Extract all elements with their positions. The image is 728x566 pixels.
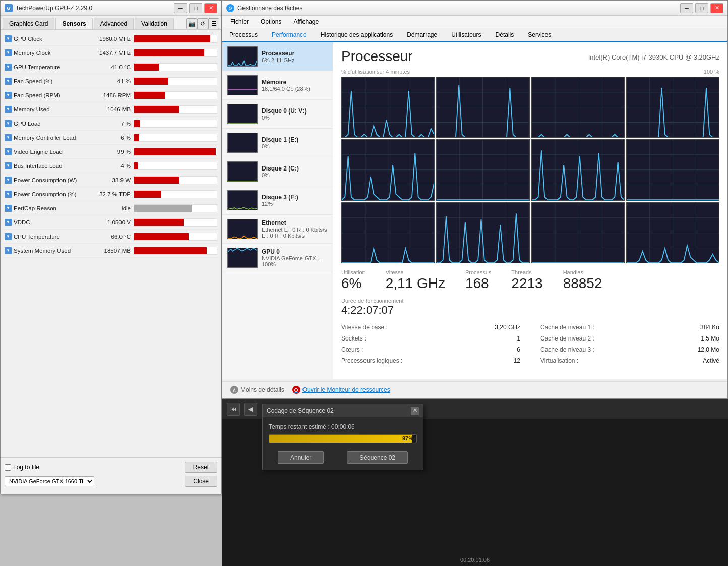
sensor-value-2: 41.0 °C xyxy=(88,64,134,70)
sensor-dropdown-4[interactable]: ▼ xyxy=(5,92,12,99)
taskmgr-menu-affichage[interactable]: Affichage xyxy=(289,17,323,27)
sidebar-info-2: Disque 0 (U: V:)0% xyxy=(262,107,328,121)
gpuz-close-btn-bottom[interactable]: Close xyxy=(185,476,217,487)
taskmgr-tab-performance[interactable]: Performance xyxy=(265,28,314,42)
sensor-bar-container-3 xyxy=(134,77,217,85)
sensor-dropdown-13[interactable]: ▼ xyxy=(5,219,12,226)
gpuz-gpu-select[interactable]: NVIDIA GeForce GTX 1660 Ti xyxy=(5,476,94,486)
sidebar-name-5: Disque 3 (F:) xyxy=(262,194,328,201)
sidebar-item-6[interactable]: EthernetEthernet E : 0 R : 0 Kbits/sE : … xyxy=(222,215,333,244)
sensor-bar-container-8 xyxy=(134,148,217,156)
taskmgr-menubar: Fichier Options Affichage xyxy=(222,16,727,28)
sidebar-detail2-6: E : 0 R : 0 Kbits/s xyxy=(262,233,328,239)
sensor-value-0: 1980.0 MHz xyxy=(88,36,134,42)
perf-chart-cell-6 xyxy=(531,139,625,200)
taskmgr-tab-processus[interactable]: Processus xyxy=(222,28,265,42)
perf-chart-svg-9 xyxy=(437,203,529,263)
sensor-dropdown-1[interactable]: ▼ xyxy=(5,49,12,56)
video-back-btn[interactable]: ◀ xyxy=(244,403,257,416)
sensor-dropdown-9[interactable]: ▼ xyxy=(5,162,12,169)
taskmgr-minimize-btn[interactable]: ─ xyxy=(680,3,693,13)
taskmgr-tab-details[interactable]: Détails xyxy=(489,28,521,42)
sidebar-item-1[interactable]: Mémoire18,1/64,0 Go (28%) xyxy=(222,71,333,100)
perf-detail-key-virt: Virtualisation : xyxy=(540,357,578,364)
sidebar-item-4[interactable]: Disque 2 (C:)0% xyxy=(222,157,333,186)
taskmgr-menu-fichier[interactable]: Fichier xyxy=(226,17,253,27)
perf-chart-label-right: 100 % xyxy=(704,69,719,75)
sensor-dropdown-14[interactable]: ▼ xyxy=(5,233,12,240)
sensor-value-15: 18507 MB xyxy=(88,248,134,254)
perf-stat-util-value: 6% xyxy=(341,275,366,292)
sensor-dropdown-11[interactable]: ▼ xyxy=(5,191,12,198)
sidebar-item-5[interactable]: Disque 3 (F:)12% xyxy=(222,186,333,215)
sensor-dropdown-15[interactable]: ▼ xyxy=(5,247,12,254)
perf-stat-proc-label: Processus xyxy=(465,269,491,275)
perf-cpu-model: Intel(R) Core(TM) i7-3930K CPU @ 3.20GHz xyxy=(588,48,719,61)
sensor-dropdown-5[interactable]: ▼ xyxy=(5,106,12,113)
sensor-value-5: 1046 MB xyxy=(88,106,134,112)
gpuz-tab-graphics[interactable]: Graphics Card xyxy=(3,18,54,29)
sensor-dropdown-10[interactable]: ▼ xyxy=(5,177,12,184)
sidebar-thumb-4 xyxy=(227,161,258,182)
encoding-close-btn[interactable]: ✕ xyxy=(411,407,419,415)
gpuz-restore-btn[interactable]: □ xyxy=(189,3,202,13)
perf-title: Processeur xyxy=(341,48,413,65)
gpuz-camera-btn[interactable]: 📷 xyxy=(186,18,197,29)
sensor-dropdown-2[interactable]: ▼ xyxy=(5,64,12,71)
footer-less-details[interactable]: ∧ Moins de détails xyxy=(230,386,284,394)
perf-stat-threads: Threads 2213 xyxy=(511,269,542,292)
taskmgr-restore-btn[interactable]: □ xyxy=(695,3,708,13)
sensor-dropdown-12[interactable]: ▼ xyxy=(5,205,12,212)
taskmgr-close-btn[interactable]: ✕ xyxy=(710,3,723,13)
video-prev-btn[interactable]: ⏮ xyxy=(227,403,240,416)
sensor-label-9: Bus Interface Load xyxy=(14,163,63,169)
encoding-sequence-btn[interactable]: Séquence 02 xyxy=(347,451,408,464)
sidebar-detail-6: Ethernet E : 0 R : 0 Kbits/s xyxy=(262,227,328,233)
gpuz-menu-btn[interactable]: ☰ xyxy=(208,18,219,29)
sidebar-item-0[interactable]: Processeur6% 2,11 GHz xyxy=(222,42,333,71)
gpuz-bottom-top-row: Log to file Reset xyxy=(5,462,217,473)
encoding-cancel-btn[interactable]: Annuler xyxy=(278,451,324,464)
sidebar-name-7: GPU 0 xyxy=(262,248,328,255)
perf-chart-cell-5 xyxy=(436,139,529,200)
taskmgr-menu-options[interactable]: Options xyxy=(257,17,285,27)
gpuz-tab-sensors[interactable]: Sensors xyxy=(55,18,92,29)
sidebar-item-2[interactable]: Disque 0 (U: V:)0% xyxy=(222,100,333,129)
taskmgr-tab-historique[interactable]: Historique des applications xyxy=(314,28,400,42)
gpuz-close-btn[interactable]: ✕ xyxy=(204,3,217,13)
gpuz-log-text: Log to file xyxy=(13,464,39,471)
sidebar-thumb-7 xyxy=(227,248,258,268)
gpuz-minimize-btn[interactable]: ─ xyxy=(174,3,187,13)
sensor-bar-4 xyxy=(134,92,165,99)
gpuz-tab-advanced[interactable]: Advanced xyxy=(94,18,134,29)
sensor-bar-container-4 xyxy=(134,91,217,99)
sensor-dropdown-8[interactable]: ▼ xyxy=(5,148,12,155)
gpuz-tab-validation[interactable]: Validation xyxy=(135,18,174,29)
sensor-dropdown-6[interactable]: ▼ xyxy=(5,120,12,127)
taskmgr-window-controls: ─ □ ✕ xyxy=(680,3,723,13)
encoding-progress-bar-container: 97% xyxy=(269,434,417,443)
sensor-dropdown-0[interactable]: ▼ xyxy=(5,35,12,42)
sidebar-item-3[interactable]: Disque 1 (E:)0% xyxy=(222,129,333,157)
sensor-bar-14 xyxy=(134,233,189,240)
sensor-value-4: 1486 RPM xyxy=(88,92,134,98)
perf-stat-speed-value: 2,11 GHz xyxy=(386,275,445,292)
perf-stat-thread-value: 2213 xyxy=(511,275,542,292)
perf-detail-cache2: Cache de niveau 2 : 1,5 Mo xyxy=(540,334,719,343)
taskmgr-tab-demarrage[interactable]: Démarrage xyxy=(400,28,444,42)
sensor-row-15: ▼System Memory Used18507 MB xyxy=(3,244,219,258)
sidebar-item-7[interactable]: GPU 0NVIDIA GeForce GTX...100% xyxy=(222,244,333,272)
footer-open-monitor[interactable]: ⊕ Ouvrir le Moniteur de ressources xyxy=(292,386,390,394)
sensor-dropdown-7[interactable]: ▼ xyxy=(5,134,12,141)
gpuz-reset-btn[interactable]: Reset xyxy=(185,462,217,473)
taskmgr-tab-services[interactable]: Services xyxy=(521,28,558,42)
sensor-dropdown-3[interactable]: ▼ xyxy=(5,78,12,85)
sensor-row-1: ▼Memory Clock1437.7 MHz xyxy=(3,46,219,60)
taskmgr-tab-utilisateurs[interactable]: Utilisateurs xyxy=(444,28,488,42)
perf-header: Processeur Intel(R) Core(TM) i7-3930K CP… xyxy=(341,48,719,65)
perf-chart-cell-8 xyxy=(341,202,435,263)
gpuz-log-label[interactable]: Log to file xyxy=(5,464,39,471)
gpuz-log-checkbox[interactable] xyxy=(5,464,11,471)
gpuz-refresh-btn[interactable]: ↺ xyxy=(197,18,208,29)
encoding-body: Temps restant estimé : 00:00:06 97% Annu… xyxy=(263,417,423,470)
